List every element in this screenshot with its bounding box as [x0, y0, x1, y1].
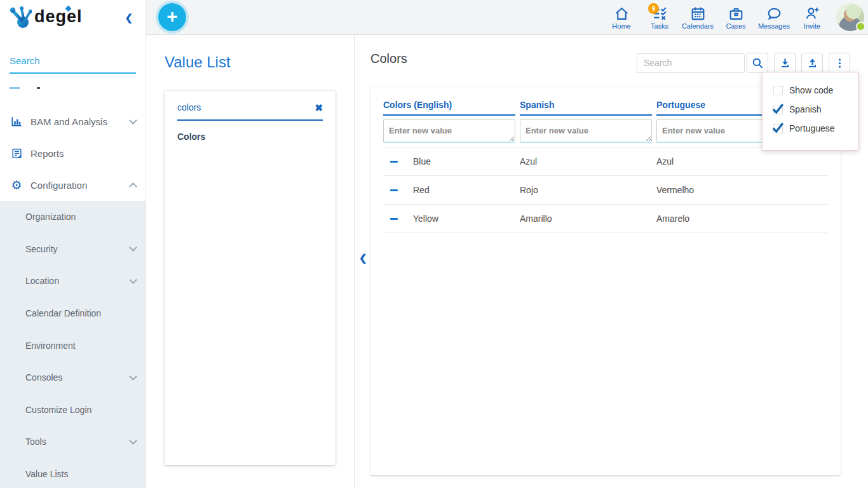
- menu-item-show-code[interactable]: Show code: [763, 81, 858, 100]
- colors-search-input[interactable]: [637, 53, 745, 73]
- nav-tasks[interactable]: 9 Tasks: [641, 4, 679, 30]
- sub-item-label: Calendar Definition: [25, 308, 101, 318]
- clipped-menu-item-fragment: [10, 87, 20, 89]
- sidebar-item-calendar-definition[interactable]: Calendar Definition: [0, 297, 146, 330]
- nav-calendars[interactable]: Calendars: [679, 4, 717, 30]
- menu-item-spanish[interactable]: Spanish: [763, 100, 858, 119]
- column-header: Colors (English): [383, 100, 515, 116]
- cell-value: Blue: [413, 156, 431, 166]
- sidebar-search-input[interactable]: [10, 55, 136, 66]
- nav-label: Cases: [726, 22, 745, 30]
- colors-title: Colors: [370, 51, 407, 66]
- degel-logo-icon: [9, 5, 32, 30]
- search-button[interactable]: [747, 53, 768, 73]
- download-icon: [779, 57, 791, 69]
- nav-messages[interactable]: Messages: [755, 4, 793, 30]
- collapse-panel-icon[interactable]: ❮: [359, 252, 367, 264]
- more-options-button[interactable]: [829, 53, 850, 73]
- chevron-down-icon: [129, 437, 137, 445]
- value-list-card: ✖ Colors: [165, 91, 336, 465]
- sidebar-collapse-icon[interactable]: ❮: [125, 12, 137, 24]
- checkmark-icon: [771, 121, 785, 135]
- nav-cases[interactable]: Cases: [717, 4, 755, 30]
- menu-item-label: Show code: [789, 85, 833, 95]
- nav-label: Tasks: [651, 22, 668, 30]
- briefcase-icon: [728, 6, 744, 22]
- new-value-input-spanish[interactable]: [520, 119, 652, 143]
- table-row: Yellow Amarillo Amarelo: [383, 205, 828, 233]
- nav-label: Messages: [758, 22, 790, 30]
- checkbox-unchecked[interactable]: [773, 86, 783, 95]
- message-icon: [766, 6, 782, 22]
- cell-value: Amarelo: [656, 214, 789, 224]
- sidebar-item-consoles[interactable]: Consoles: [0, 362, 146, 394]
- nav-home[interactable]: Home: [602, 4, 641, 30]
- upload-button[interactable]: [801, 53, 823, 73]
- value-list-search-input[interactable]: [177, 102, 315, 112]
- chevron-down-icon: [129, 116, 137, 125]
- remove-row-icon[interactable]: [390, 161, 398, 163]
- column-header: Spanish: [520, 100, 652, 116]
- sub-item-label: Consoles: [25, 372, 62, 383]
- table-header-row: Colors (English) Spanish Portuguese: [383, 100, 828, 116]
- sidebar-nav: BAM and Analysis Reports ⚙ Configu: [0, 105, 146, 488]
- online-status-dot: [856, 22, 865, 31]
- invite-person-icon: [804, 6, 820, 22]
- menu-item-label: Portuguese: [789, 123, 835, 133]
- sidebar-item-tools[interactable]: Tools: [0, 426, 146, 458]
- table-row: Red Rojo Vermelho: [383, 176, 828, 205]
- new-value-input-english[interactable]: [383, 119, 515, 143]
- sidebar-item-environment[interactable]: Environment: [0, 329, 146, 362]
- remove-row-icon[interactable]: [390, 218, 398, 220]
- sidebar-item-location[interactable]: Location: [0, 265, 146, 297]
- menu-item-label: Spanish: [789, 104, 822, 114]
- nav-invite[interactable]: Invite: [793, 4, 831, 30]
- sidebar-item-reports[interactable]: Reports: [0, 137, 146, 169]
- calendar-icon: [690, 6, 706, 22]
- search-icon: [752, 57, 764, 69]
- tasks-badge: 9: [648, 3, 659, 14]
- value-list-search[interactable]: ✖: [177, 102, 323, 121]
- sub-item-label: Security: [25, 244, 58, 254]
- sidebar-item-configuration[interactable]: ⚙ Configuration: [0, 169, 146, 201]
- cell-value: Yellow: [413, 214, 438, 224]
- sidebar-item-organization[interactable]: Organization: [0, 201, 146, 233]
- sidebar-item-bam-and-analysis[interactable]: BAM and Analysis: [0, 105, 146, 137]
- cell-value: Azul: [520, 156, 652, 166]
- sidebar-item-label: Reports: [31, 148, 64, 159]
- gear-icon: ⚙: [10, 178, 24, 192]
- app-root: degel ❮ BAM and A: [0, 0, 868, 488]
- table-rows: Blue Azul Azul Red Rojo Vermelho: [383, 147, 828, 233]
- value-list-result-item[interactable]: Colors: [177, 132, 323, 142]
- chevron-down-icon: [129, 372, 137, 381]
- user-avatar[interactable]: [836, 3, 864, 31]
- kebab-menu-icon: [834, 57, 846, 69]
- chevron-down-icon: [129, 244, 137, 252]
- remove-row-icon[interactable]: [390, 189, 398, 191]
- sidebar: degel ❮ BAM and A: [0, 0, 146, 488]
- nav-label: Invite: [804, 22, 820, 30]
- clear-search-icon[interactable]: ✖: [315, 103, 323, 112]
- sidebar-item-security[interactable]: Security: [0, 233, 146, 266]
- plus-icon: +: [166, 7, 178, 26]
- cell-value: Amarillo: [520, 214, 652, 224]
- sidebar-item-label: BAM and Analysis: [31, 116, 107, 127]
- sub-item-label: Organization: [25, 212, 76, 222]
- options-dropdown-menu: Show code Spanish Portuguese: [762, 72, 858, 151]
- checkmark-icon: [771, 102, 785, 116]
- report-icon: [10, 146, 24, 160]
- add-button[interactable]: +: [158, 3, 186, 31]
- logo-row: degel ❮: [0, 0, 146, 35]
- clipped-menu-icon-fragment: [37, 87, 40, 89]
- value-list-panel: Value List ✖ Colors: [146, 35, 354, 488]
- download-button[interactable]: [774, 53, 796, 73]
- table-row: Blue Azul Azul: [383, 147, 828, 176]
- cell-value: Red: [413, 185, 430, 195]
- sidebar-item-value-lists[interactable]: Value Lists: [0, 458, 146, 488]
- menu-item-portuguese[interactable]: Portuguese: [763, 119, 858, 138]
- sub-item-label: Customize Login: [25, 405, 92, 415]
- sidebar-item-customize-login[interactable]: Customize Login: [0, 394, 146, 426]
- sidebar-search[interactable]: [10, 54, 136, 74]
- nav-label: Home: [612, 22, 630, 30]
- bar-chart-icon: [10, 114, 24, 128]
